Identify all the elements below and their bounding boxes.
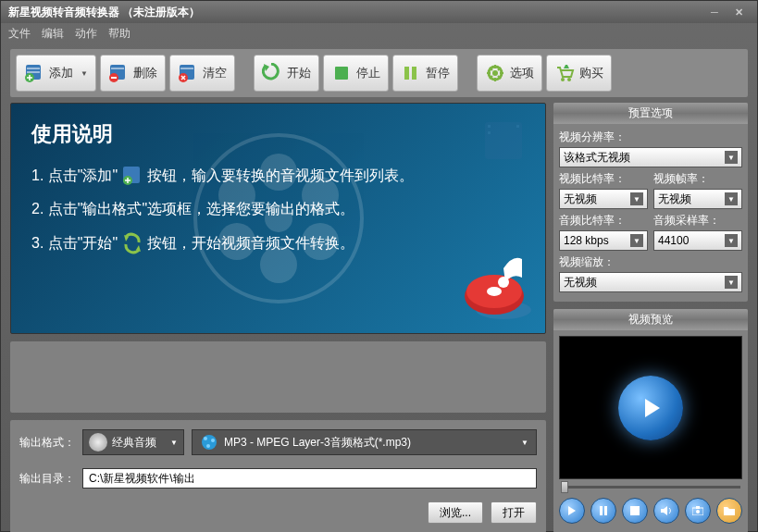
add-button[interactable]: 添加 ▼ [16,55,96,92]
play-button[interactable] [559,498,585,524]
add-label: 添加 [49,65,73,81]
svg-point-35 [487,287,502,296]
svg-rect-27 [488,125,491,128]
folder-button[interactable] [716,498,742,524]
svg-rect-2 [27,71,40,73]
chevron-down-icon: ▼ [725,151,738,164]
menubar: 文件 编辑 动作 帮助 [1,23,757,43]
clear-button[interactable]: 清空 [169,55,235,92]
menu-help[interactable]: 帮助 [108,26,130,42]
svg-point-15 [492,70,498,76]
svg-rect-13 [412,67,416,80]
clear-label: 清空 [203,65,227,81]
open-button[interactable]: 打开 [491,501,537,524]
abitrate-label: 音频比特率： [559,213,648,229]
titlebar: 新星视频转音频转换器 （未注册版本） ─ ✕ [1,1,757,23]
remove-button[interactable]: 删除 [100,55,166,92]
disc-icon [89,433,107,452]
svg-rect-43 [630,506,640,515]
svg-point-20 [260,154,297,191]
format-category-select[interactable]: 经典音频 ▼ [82,429,184,455]
svg-rect-12 [404,67,409,80]
vscale-label: 视频缩放： [559,254,742,270]
abitrate-select[interactable]: 128 kbps▼ [559,230,648,251]
svg-rect-28 [488,131,491,134]
output-dir-input[interactable]: C:\新星视频软件\输出 [82,468,537,489]
preview-title: 视频预览 [553,309,748,330]
stop-label: 停止 [356,65,380,81]
remove-file-icon [108,63,129,83]
video-preview[interactable] [559,336,742,479]
vbitrate-select[interactable]: 无视频▼ [559,189,648,209]
svg-point-23 [302,177,339,214]
menu-action[interactable]: 动作 [75,26,97,42]
start-icon [262,63,282,83]
browse-button[interactable]: 浏览... [428,501,483,524]
dropdown-icon: ▼ [81,69,88,78]
svg-rect-45 [696,506,700,509]
add-file-icon [24,63,44,83]
vfps-select[interactable]: 无视频▼ [653,189,742,209]
svg-point-22 [218,177,255,214]
close-button[interactable]: ✕ [727,5,750,19]
preset-panel: 预置选项 视频分辨率： 该格式无视频▼ 视频比特率： 无视频▼ 视频帧率： 无视… [553,103,748,302]
volume-button[interactable] [653,498,679,524]
chevron-down-icon: ▼ [630,192,643,205]
start-label: 开始 [287,65,311,81]
stop-icon [331,63,352,83]
music-disc-icon [453,250,536,324]
start-button[interactable]: 开始 [254,55,319,92]
svg-rect-42 [604,506,607,515]
remove-label: 删除 [133,65,157,81]
preset-title: 预置选项 [553,103,748,124]
vfps-label: 视频帧率： [653,171,742,187]
video-res-select[interactable]: 该格式无视频▼ [559,147,742,167]
menu-edit[interactable]: 编辑 [42,26,64,42]
asample-select[interactable]: 44100▼ [653,230,742,251]
playback-controls [559,494,742,527]
file-list-area[interactable] [10,341,546,413]
options-button[interactable]: 选项 [477,55,542,92]
cart-icon [554,63,575,83]
slider-thumb[interactable] [561,481,568,493]
chevron-down-icon: ▼ [725,234,738,247]
pause-button[interactable]: 暂停 [392,55,458,92]
svg-point-24 [218,223,255,260]
video-res-label: 视频分辨率： [559,130,742,145]
play-big-icon [618,376,683,440]
svg-point-16 [561,78,565,81]
svg-point-25 [302,223,339,260]
refresh-inline-icon [121,232,143,254]
gear-icon [485,63,505,83]
chevron-down-icon: ▼ [725,276,738,289]
svg-rect-5 [111,68,124,69]
app-title: 新星视频转音频转换器 （未注册版本） [8,5,200,20]
format-icon [200,433,218,452]
preview-panel: 视频预览 [553,309,748,532]
pause-button-small[interactable] [590,498,616,524]
chevron-down-icon: ▼ [725,192,738,205]
stop-button-small[interactable] [622,498,648,524]
minimize-button[interactable]: ─ [703,5,726,19]
chevron-down-icon: ▼ [521,439,528,447]
add-inline-icon [121,165,143,187]
svg-rect-7 [111,77,117,79]
filmstrip-icon [480,118,527,164]
svg-point-21 [260,246,297,283]
svg-point-19 [265,204,292,232]
svg-point-38 [204,437,207,440]
stop-button[interactable]: 停止 [323,55,389,92]
svg-rect-1 [27,68,40,69]
svg-rect-9 [180,68,193,69]
buy-button[interactable]: 购买 [546,55,612,92]
chevron-down-icon: ▼ [630,234,643,247]
progress-slider[interactable] [559,479,742,494]
svg-point-39 [211,439,215,442]
pause-label: 暂停 [426,65,450,81]
svg-rect-29 [516,125,519,128]
menu-file[interactable]: 文件 [8,26,31,42]
svg-rect-11 [335,67,348,80]
format-select[interactable]: MP3 - MPEG Layer-3音频格式(*.mp3) ▼ [192,429,537,455]
snapshot-button[interactable] [685,498,711,524]
vscale-select[interactable]: 无视频▼ [559,272,742,292]
